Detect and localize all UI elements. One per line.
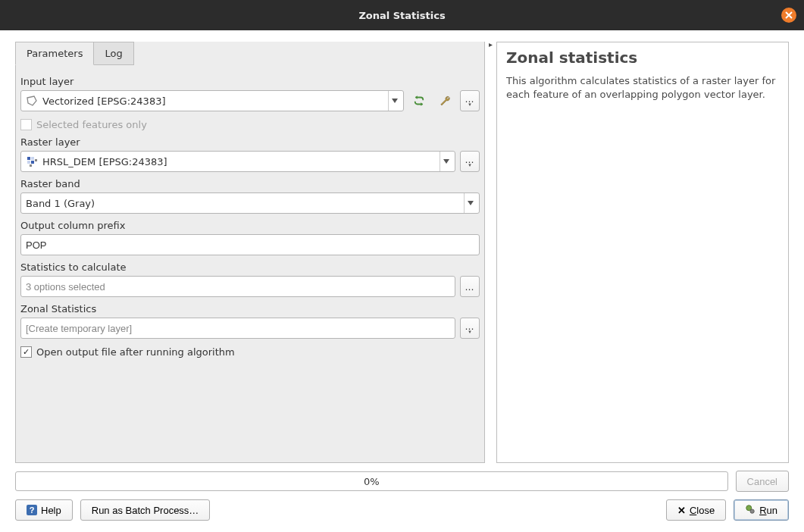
tab-log[interactable]: Log — [93, 42, 133, 65]
open-output-label: Open output file after running algorithm — [36, 346, 235, 358]
progress-text: 0% — [364, 476, 380, 487]
svg-rect-3 — [31, 161, 34, 164]
prefix-label: Output column prefix — [20, 220, 480, 231]
svg-rect-0 — [27, 157, 30, 160]
raster-band-combo[interactable]: Band 1 (Gray) — [20, 192, 480, 214]
help-button-label: Help — [41, 505, 61, 516]
chevron-down-icon — [464, 193, 476, 213]
x-icon: ✕ — [677, 505, 686, 516]
window-close-button[interactable] — [781, 8, 796, 23]
raster-layer-icon — [26, 155, 38, 167]
chevron-down-icon: ▾ — [468, 162, 471, 168]
chevron-down-icon — [440, 152, 452, 171]
stats-display[interactable] — [20, 276, 455, 297]
progress-bar: 0% — [15, 471, 728, 491]
help-button[interactable]: ? Help — [15, 499, 73, 521]
chevron-down-icon — [388, 91, 400, 111]
tab-parameters[interactable]: Parameters — [15, 42, 94, 65]
selected-features-label: Selected features only — [36, 119, 147, 130]
input-layer-value: Vectorized [EPSG:24383] — [42, 95, 385, 107]
bottom-area: 0% Cancel ? Help Run as Batch Process… ✕… — [15, 471, 789, 521]
cancel-button: Cancel — [736, 471, 789, 492]
ellipsis-icon: … — [465, 284, 475, 290]
help-panel: Zonal statistics This algorithm calculat… — [496, 42, 789, 463]
svg-rect-2 — [27, 161, 30, 164]
raster-band-value: Band 1 (Gray) — [26, 198, 461, 209]
run-button-label: Run — [759, 505, 777, 516]
prefix-input[interactable] — [20, 234, 480, 255]
parameters-panel: Parameters Log Input layer Vectorized [E… — [15, 42, 485, 463]
main-columns: ▸ Parameters Log Input layer Vectorized … — [15, 42, 789, 463]
input-layer-label: Input layer — [20, 76, 480, 87]
stats-select-button[interactable]: … — [460, 276, 480, 297]
window-title: Zonal Statistics — [358, 10, 445, 21]
run-button[interactable]: Run — [734, 499, 789, 521]
dialog-body: ▸ Parameters Log Input layer Vectorized … — [0, 30, 804, 532]
polygon-layer-icon — [26, 95, 38, 107]
batch-button[interactable]: Run as Batch Process… — [80, 499, 211, 521]
close-icon — [785, 11, 793, 19]
iterate-icon — [412, 94, 426, 108]
svg-rect-4 — [35, 159, 37, 161]
help-text: This algorithm calculates statistics of … — [506, 74, 779, 101]
iterate-features-button[interactable] — [408, 90, 430, 111]
panel-collapse-handle[interactable]: ▸ — [489, 40, 496, 48]
svg-rect-1 — [31, 157, 34, 160]
raster-layer-value: HRSL_DEM [EPSG:24383] — [42, 156, 436, 167]
input-layer-browse-button[interactable]: … ▾ — [460, 90, 480, 111]
raster-band-label: Raster band — [20, 178, 480, 189]
raster-layer-label: Raster layer — [20, 136, 480, 148]
raster-layer-browse-button[interactable]: … ▾ — [460, 151, 480, 172]
gears-icon — [745, 504, 756, 517]
selected-features-checkbox — [20, 119, 32, 130]
close-button[interactable]: ✕ Close — [666, 499, 726, 521]
help-title: Zonal statistics — [506, 49, 779, 67]
input-layer-combo[interactable]: Vectorized [EPSG:24383] — [20, 90, 404, 111]
chevron-down-icon: ▾ — [468, 329, 471, 335]
svg-point-7 — [750, 509, 754, 513]
raster-layer-combo[interactable]: HRSL_DEM [EPSG:24383] — [20, 151, 455, 172]
titlebar: Zonal Statistics — [0, 0, 804, 30]
stats-label: Statistics to calculate — [20, 261, 480, 273]
advanced-options-button[interactable] — [434, 90, 455, 111]
close-button-label: Close — [690, 505, 715, 516]
svg-rect-5 — [30, 164, 32, 167]
zonal-statistics-dialog: Zonal Statistics ▸ Parameters Log Input … — [0, 0, 804, 532]
open-output-checkbox[interactable]: ✓ — [20, 346, 32, 358]
chevron-down-icon: ▾ — [468, 102, 471, 108]
output-input[interactable] — [20, 318, 455, 339]
wrench-icon — [438, 94, 452, 108]
help-icon: ? — [27, 505, 37, 515]
parameters-body: Input layer Vectorized [EPSG:24383] — [16, 65, 484, 462]
output-label: Zonal Statistics — [20, 303, 480, 315]
tab-bar: Parameters Log — [15, 42, 484, 65]
output-browse-button[interactable]: … ▾ — [460, 318, 480, 339]
